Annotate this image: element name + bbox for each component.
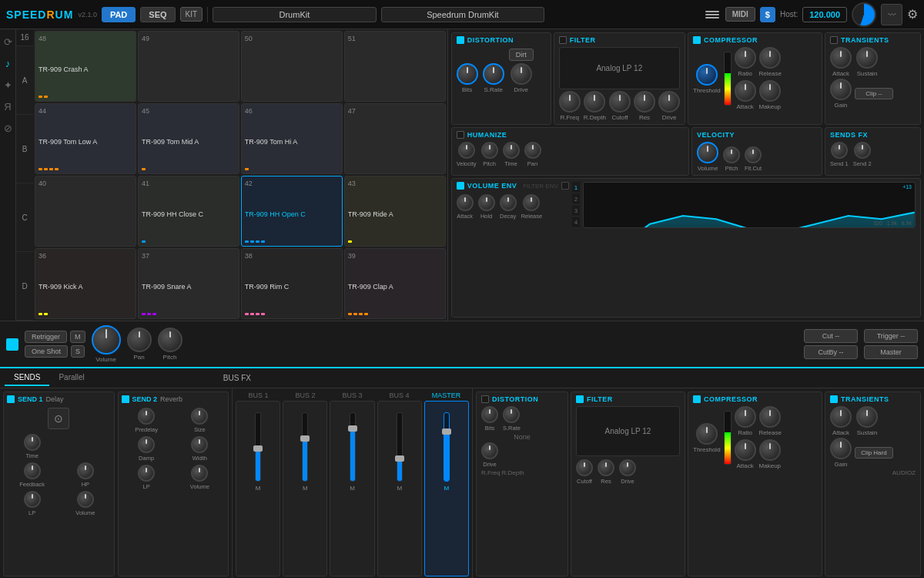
makeup-knob[interactable] bbox=[759, 80, 781, 102]
transients-enable[interactable] bbox=[830, 36, 838, 44]
send1-enable[interactable] bbox=[7, 395, 15, 403]
send2-enable[interactable] bbox=[122, 395, 129, 403]
filter-enable[interactable] bbox=[559, 36, 567, 44]
env-hold-knob[interactable] bbox=[478, 194, 495, 211]
bpm-display[interactable]: 120.000 bbox=[802, 7, 847, 22]
humanize-vel-knob[interactable] bbox=[458, 142, 475, 159]
filterenv-checkbox[interactable] bbox=[561, 182, 569, 190]
s-small-button[interactable]: S bbox=[71, 345, 85, 358]
bus3-fader-handle[interactable] bbox=[348, 425, 357, 432]
send1-knob[interactable] bbox=[831, 142, 848, 159]
side-icon-refresh[interactable]: ⟳ bbox=[0, 34, 15, 49]
srate-knob[interactable] bbox=[483, 63, 504, 85]
side-icon-note[interactable]: ♪ bbox=[0, 55, 15, 71]
kit-button[interactable]: KIT bbox=[180, 7, 203, 22]
pad-48[interactable]: 48 TR-909 Crash A bbox=[35, 31, 136, 102]
busfx-comp-enable[interactable] bbox=[693, 395, 701, 403]
busfx-bits-knob[interactable] bbox=[481, 406, 498, 423]
send2-lp-knob[interactable] bbox=[138, 465, 155, 482]
preset-category[interactable]: DrumKit bbox=[213, 7, 377, 22]
pad-36[interactable]: 36 TR-909 Kick A bbox=[35, 248, 136, 319]
pad-mode-button[interactable]: PAD bbox=[102, 7, 136, 22]
settings-icon[interactable]: ⚙ bbox=[907, 7, 918, 22]
track-2[interactable]: 2 bbox=[572, 193, 580, 205]
pad-49[interactable]: 49 bbox=[138, 31, 239, 102]
env-release-knob[interactable] bbox=[523, 194, 540, 211]
cutby-button[interactable]: CutBy -- bbox=[804, 345, 858, 359]
pad-51[interactable]: 51 bbox=[344, 31, 446, 102]
pad-45[interactable]: 45 TR-909 Tom Mid A bbox=[138, 103, 239, 174]
humanize-time-knob[interactable] bbox=[503, 142, 520, 159]
res-knob[interactable] bbox=[634, 91, 655, 113]
busfx-trans-gain-knob[interactable] bbox=[830, 438, 852, 459]
pad-38[interactable]: 38 TR-909 Rim C bbox=[241, 248, 343, 319]
m-button[interactable]: M bbox=[70, 331, 85, 343]
busfx-trans-enable[interactable] bbox=[830, 395, 838, 403]
busfx-dist-enable[interactable] bbox=[481, 395, 489, 403]
pad-44[interactable]: 44 TR-909 Tom Low A bbox=[35, 103, 136, 174]
rdepth-knob[interactable] bbox=[584, 91, 605, 113]
bus1-fader-handle[interactable] bbox=[253, 445, 263, 452]
volenv-enable[interactable] bbox=[457, 182, 464, 190]
busfx-drive-knob[interactable] bbox=[481, 442, 498, 459]
env-decay-knob[interactable] bbox=[500, 194, 517, 211]
slicer-drive-knob[interactable] bbox=[619, 459, 636, 476]
trans-attack-knob[interactable] bbox=[830, 47, 852, 69]
dirt-button[interactable]: Dirt bbox=[509, 49, 534, 61]
tachometer[interactable] bbox=[852, 2, 876, 27]
cutoff-knob[interactable] bbox=[609, 91, 631, 113]
comp-enable[interactable] bbox=[693, 36, 701, 44]
busfx-ratio-knob[interactable] bbox=[735, 406, 756, 428]
bus4-fader-handle[interactable] bbox=[395, 455, 404, 462]
pad-47[interactable]: 47 bbox=[344, 103, 446, 174]
send1-lp-knob[interactable] bbox=[24, 491, 41, 508]
pad-42[interactable]: 42 TR-909 HH Open C bbox=[241, 176, 343, 247]
send1-time-knob[interactable] bbox=[24, 434, 41, 451]
preset-name[interactable]: Speedrum DrumKit bbox=[381, 7, 545, 22]
send1-vol-knob[interactable] bbox=[77, 491, 94, 508]
ratio-knob[interactable] bbox=[735, 47, 756, 69]
busfx-trans-attack-knob[interactable] bbox=[830, 406, 852, 428]
sustain-knob[interactable] bbox=[856, 47, 878, 69]
pad-39[interactable]: 39 TR-909 Clap A bbox=[344, 248, 446, 319]
pad-40[interactable]: 40 bbox=[35, 176, 136, 247]
bus2-fader-handle[interactable] bbox=[300, 435, 310, 442]
env-attack-knob[interactable] bbox=[457, 194, 474, 211]
pad-50[interactable]: 50 bbox=[241, 31, 343, 102]
busfx-attack-knob[interactable] bbox=[735, 439, 756, 461]
busfx-trans-sustain-knob[interactable] bbox=[856, 406, 878, 428]
menu-icon[interactable] bbox=[704, 9, 721, 20]
waveform-button[interactable]: 〰 bbox=[881, 4, 902, 25]
midi-button[interactable]: MIDI bbox=[725, 7, 755, 22]
side-icon-mute[interactable]: ⊘ bbox=[0, 120, 15, 136]
master-button[interactable]: Master bbox=[864, 345, 918, 359]
slicer-filter-enable[interactable] bbox=[576, 395, 584, 403]
cut-button[interactable]: Cut -- bbox=[804, 329, 858, 343]
filter-drive-knob[interactable] bbox=[658, 91, 680, 113]
drive-knob[interactable] bbox=[511, 63, 532, 85]
comp-attack-knob[interactable] bbox=[735, 80, 756, 102]
link-button[interactable]: ⊙ bbox=[48, 408, 69, 429]
tab-parallel[interactable]: Parallel bbox=[49, 370, 93, 386]
oneshot-button[interactable]: One Shot bbox=[25, 345, 68, 358]
humanize-enable[interactable] bbox=[457, 131, 464, 139]
track-1[interactable]: 1 bbox=[572, 182, 580, 193]
send2-damp-knob[interactable] bbox=[138, 436, 155, 453]
pad-41[interactable]: 41 TR-909 HH Close C bbox=[138, 176, 239, 247]
master-fader-handle[interactable] bbox=[442, 428, 451, 435]
s-button[interactable]: $ bbox=[760, 7, 775, 22]
bits-knob[interactable] bbox=[457, 63, 478, 85]
slicer-filter-display[interactable]: Analog LP 12 bbox=[576, 406, 680, 456]
clip-button[interactable]: Clip -- bbox=[855, 88, 893, 99]
send2-predelay-knob[interactable] bbox=[138, 408, 155, 425]
vel-fltcut-knob[interactable] bbox=[745, 146, 762, 163]
track-3[interactable]: 3 bbox=[572, 205, 580, 217]
track-4[interactable]: 4 bbox=[572, 217, 580, 228]
pitch-knob[interactable] bbox=[158, 328, 182, 352]
vel-volume-knob[interactable] bbox=[697, 142, 718, 163]
filter-display[interactable]: Analog LP 12 bbox=[559, 47, 680, 89]
pad-46[interactable]: 46 TR-909 Tom Hi A bbox=[241, 103, 343, 174]
rfreq-knob[interactable] bbox=[559, 91, 581, 113]
trigger-button[interactable]: Trigger -- bbox=[864, 329, 918, 343]
pad-43[interactable]: 43 TR-909 Ride A bbox=[344, 176, 446, 247]
